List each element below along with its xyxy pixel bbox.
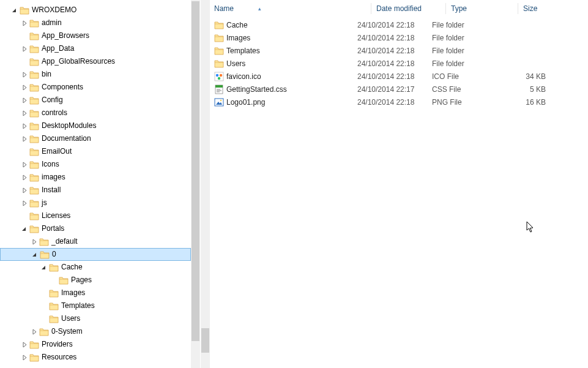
expand-icon[interactable] <box>20 70 29 80</box>
tree-item[interactable]: admin <box>0 17 191 29</box>
collapse-icon[interactable] <box>30 250 40 260</box>
file-row[interactable]: GettingStarted.css24/10/2014 22:17CSS Fi… <box>214 83 588 96</box>
tree-item[interactable]: Documentation <box>0 132 191 145</box>
file-date: 24/10/2014 22:17 <box>357 85 432 94</box>
file-row[interactable]: Templates24/10/2014 22:18File folder <box>214 44 588 57</box>
file-date: 24/10/2014 22:18 <box>357 59 432 68</box>
expand-icon[interactable] <box>29 327 39 337</box>
svg-point-1 <box>216 73 218 76</box>
expand-icon[interactable] <box>20 44 29 54</box>
column-header-type[interactable]: Type <box>445 3 518 14</box>
file-row[interactable]: Users24/10/2014 22:18File folder <box>214 57 588 70</box>
tree-item-label: Components <box>42 81 83 94</box>
expand-icon[interactable] <box>20 160 29 170</box>
tree-item-label: Resources <box>42 351 76 364</box>
svg-rect-5 <box>215 85 223 88</box>
tree-item[interactable]: Providers <box>0 338 191 351</box>
tree-item-label: Cache <box>61 261 83 274</box>
file-list-pane: Name ▴ Date modified Type Size Cache24/1… <box>201 0 588 368</box>
tree-item[interactable]: Pages <box>0 274 191 287</box>
file-row[interactable]: Images24/10/2014 22:18File folder <box>214 31 588 44</box>
tree-item[interactable]: Config <box>0 94 191 107</box>
folder-icon <box>29 340 39 349</box>
folder-icon <box>29 173 39 182</box>
tree-item[interactable]: 0 <box>0 248 191 261</box>
expand-icon[interactable] <box>20 121 29 131</box>
tree-item-label: images <box>42 171 65 184</box>
folder-icon <box>29 135 39 143</box>
tree-item[interactable]: WROXDEMO <box>0 4 191 17</box>
expand-icon[interactable] <box>20 83 29 92</box>
tree-item-label: Templates <box>61 299 95 312</box>
folder-tree[interactable]: WROXDEMOadminApp_BrowsersApp_DataApp_Glo… <box>0 0 191 364</box>
folder-icon <box>29 186 39 195</box>
tree-item[interactable]: Portals <box>0 222 191 235</box>
collapse-icon[interactable] <box>10 6 20 15</box>
folder-icon <box>20 6 29 15</box>
expand-icon[interactable] <box>20 186 29 195</box>
column-header-row: Name ▴ Date modified Type Size <box>201 0 588 17</box>
file-row[interactable]: Cache24/10/2014 22:18File folder <box>214 18 588 31</box>
expand-icon[interactable] <box>20 18 29 28</box>
file-type: CSS File <box>432 85 504 94</box>
tree-item[interactable]: images <box>0 171 191 184</box>
file-row[interactable]: Logo01.png24/10/2014 22:18PNG File16 KB <box>214 96 588 108</box>
tree-scrollbar[interactable] <box>191 0 200 368</box>
expand-icon[interactable] <box>20 198 29 208</box>
file-name: Logo01.png <box>226 98 265 107</box>
expand-icon[interactable] <box>20 353 29 362</box>
expand-icon[interactable] <box>29 237 39 247</box>
svg-point-8 <box>220 99 221 100</box>
tree-item[interactable]: DesktopModules <box>0 119 191 132</box>
tree-item-label: Licenses <box>42 209 70 222</box>
tree-item-label: Config <box>42 94 63 107</box>
expand-icon[interactable] <box>20 108 29 118</box>
tree-item[interactable]: App_GlobalResources <box>0 55 191 68</box>
list-scrollbar-thumb[interactable] <box>201 328 209 353</box>
tree-item-label: Images <box>61 287 85 299</box>
file-row[interactable]: favicon.ico24/10/2014 22:18ICO File34 KB <box>214 70 588 83</box>
expand-icon[interactable] <box>20 96 29 105</box>
file-list: Cache24/10/2014 22:18File folderImages24… <box>201 17 588 108</box>
expand-icon[interactable] <box>20 173 29 182</box>
tree-item[interactable]: Icons <box>0 158 191 171</box>
list-scrollbar-left[interactable] <box>201 0 210 368</box>
tree-item[interactable]: js <box>0 197 191 209</box>
tree-item[interactable]: Resources <box>0 351 191 364</box>
column-header-date[interactable]: Date modified <box>371 3 445 14</box>
tree-item[interactable]: Install <box>0 184 191 197</box>
tree-item[interactable]: Images <box>0 287 191 299</box>
folder-icon <box>29 225 39 233</box>
svg-rect-6 <box>215 99 223 106</box>
tree-scrollbar-thumb[interactable] <box>192 1 199 341</box>
folder-icon <box>29 148 39 156</box>
tree-item-label: Icons <box>42 158 59 171</box>
tree-item-label: bin <box>42 68 51 81</box>
folder-icon <box>49 315 59 323</box>
tree-item-label: controls <box>42 107 67 119</box>
column-header-size[interactable]: Size <box>518 3 564 14</box>
folder-icon <box>40 250 50 259</box>
tree-item[interactable]: Components <box>0 81 191 94</box>
expand-icon[interactable] <box>20 134 29 144</box>
tree-item[interactable]: bin <box>0 68 191 81</box>
tree-item[interactable]: 0-System <box>0 325 191 338</box>
tree-item[interactable]: Templates <box>0 299 191 312</box>
tree-item-label: DesktopModules <box>42 119 96 132</box>
file-name: Users <box>226 59 245 68</box>
tree-item-label: _default <box>51 235 78 248</box>
collapse-icon[interactable] <box>39 263 49 272</box>
file-name: favicon.ico <box>226 72 261 81</box>
collapse-icon[interactable] <box>20 224 29 234</box>
file-name: Images <box>226 34 250 42</box>
tree-item[interactable]: Users <box>0 312 191 325</box>
tree-item[interactable]: Cache <box>0 261 191 274</box>
column-header-name[interactable]: Name ▴ <box>214 0 371 17</box>
tree-item[interactable]: App_Browsers <box>0 29 191 42</box>
expand-icon[interactable] <box>20 340 29 350</box>
tree-item[interactable]: controls <box>0 107 191 119</box>
tree-item[interactable]: _default <box>0 235 191 248</box>
tree-item[interactable]: App_Data <box>0 42 191 55</box>
tree-item[interactable]: EmailOut <box>0 145 191 158</box>
tree-item[interactable]: Licenses <box>0 209 191 222</box>
